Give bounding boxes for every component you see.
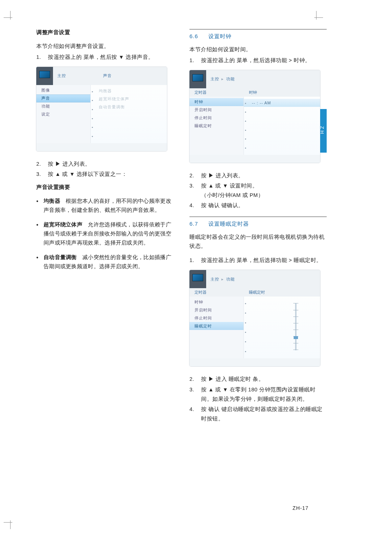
- osd-right-row: 均衡器: [91, 87, 167, 95]
- step-text: 按遥控器上的 菜单，然后选择功能 > 时钟。: [201, 56, 311, 65]
- section-6-7-title: 6.7设置睡眠定时器: [189, 221, 327, 227]
- osd-item-sleep[interactable]: 睡眠定时: [189, 322, 244, 330]
- osd-left-list: 图像 声音 功能 设定: [36, 85, 91, 143]
- tv-icon: [36, 67, 53, 85]
- osd-breadcrumb: 主控: [53, 67, 99, 85]
- osd-breadcrumb: 主控▸功能: [206, 270, 320, 288]
- sec66-intro: 本节介绍如何设置时间。: [189, 45, 327, 54]
- sound-steps-b: 2.按 ▶ 进入列表。 3.按 ▲ 或 ▼ 选择以下设置之一：: [36, 159, 173, 179]
- sound-steps-a: 1.按遥控器上的 菜单，然后按 ▼ 选择声音。: [36, 52, 173, 62]
- sleep-slider[interactable]: [293, 303, 298, 350]
- step-text: 按 ▲ 或 ▼ 设置时间。（小时/分钟/AM 或 PM）: [201, 181, 264, 200]
- tv-icon: [189, 270, 206, 288]
- osd-right-head: 时钟: [244, 88, 320, 97]
- osd-right-row: 超宽环绕立体声: [91, 95, 167, 103]
- step-text: 按 ▶ 进入列表。: [201, 171, 244, 180]
- osd-left-head: 定时器: [189, 88, 244, 97]
- step-text: 按 确认 键启动睡眠定时器或按遥控器上的睡眠定时按钮。: [201, 404, 327, 423]
- osd-item-offtime[interactable]: 停止时间: [189, 314, 244, 322]
- osd-item-clock[interactable]: 时钟: [189, 298, 244, 306]
- step-text: 按 ▲ 或 ▼ 在零到 180 分钟范围内设置睡眠时间。如果设为零分钟，则睡眠定…: [201, 385, 327, 404]
- osd-item-clock[interactable]: 时钟: [189, 98, 244, 106]
- step-text: 按遥控器上的 菜单，然后选择功能 > 睡眠定时。: [201, 255, 322, 265]
- osd-left-list: 时钟 开启时间 停止时间 睡眠定时: [189, 297, 244, 358]
- sound-summary-heading: 声音设置摘要: [36, 184, 173, 191]
- osd-right-head: 睡眠定时: [244, 288, 320, 297]
- step-text: 按 ▲ 或 ▼ 选择以下设置之一：: [48, 169, 127, 179]
- divider: [189, 29, 327, 29]
- osd-right-row: 自动音量调衡: [91, 103, 167, 111]
- divider: [189, 217, 327, 217]
- cropmark-bl: [4, 516, 17, 529]
- osd-right-pane: [244, 297, 320, 358]
- osd-item-feature[interactable]: 功能: [36, 102, 90, 110]
- sound-heading: 调整声音设置: [36, 29, 173, 36]
- section-6-6-title: 6.6设置时钟: [189, 33, 327, 40]
- sound-intro: 本节介绍如何调整声音设置。: [36, 42, 173, 51]
- osd-sleep-menu: 主控▸功能 定时器 睡眠定时 时钟 开启时间 停止时间 睡眠定时: [189, 270, 320, 366]
- osd-left-list: 时钟 开启时间 停止时间 睡眠定时: [189, 97, 244, 155]
- osd-sound-menu: 主控 声音 图像 声音 功能 设定 均衡器 超宽环绕立体声 自动音量调衡: [36, 67, 167, 151]
- step-text: 按遥控器上的 菜单，然后按 ▼ 选择声音。: [48, 52, 154, 62]
- osd-left-head: 定时器: [189, 288, 244, 297]
- cropmark-tl: [4, 11, 17, 24]
- osd-clock-value[interactable]: -- : -- AM: [244, 99, 320, 107]
- right-column: 6.6设置时钟 本节介绍如何设置时间。 1.按遥控器上的 菜单，然后选择功能 >…: [189, 29, 367, 428]
- osd-right-heading: 声音: [99, 67, 167, 85]
- osd-item-offtime[interactable]: 停止时间: [189, 114, 244, 122]
- left-column: 调整声音设置 本节介绍如何调整声音设置。 1.按遥控器上的 菜单，然后按 ▼ 选…: [36, 29, 173, 428]
- summary-item: 均衡器 根据您本人的喜好，用不同的中心频率更改声音频率，创建全新的、截然不同的声…: [36, 197, 173, 215]
- osd-item-ontime[interactable]: 开启时间: [189, 106, 244, 114]
- osd-item-sleep[interactable]: 睡眠定时: [189, 122, 244, 130]
- page: ZH 调整声音设置 本节介绍如何调整声音设置。 1.按遥控器上的 菜单，然后按 …: [0, 0, 392, 540]
- sec67-intro: 睡眠定时器会在定义的一段时间后将电视机切换为待机状态。: [189, 233, 327, 250]
- step-text: 按 确认 键确认。: [201, 201, 244, 210]
- osd-item-image[interactable]: 图像: [36, 86, 90, 94]
- osd-clock-menu: 主控▸功能 定时器 时钟 时钟 开启时间 停止时间 睡眠定时: [189, 70, 320, 163]
- osd-item-sound[interactable]: 声音: [36, 94, 90, 102]
- sound-summary-list: 均衡器 根据您本人的喜好，用不同的中心频率更改声音频率，创建全新的、截然不同的声…: [36, 197, 173, 271]
- tv-icon: [189, 70, 206, 88]
- osd-item-setting[interactable]: 设定: [36, 110, 90, 118]
- osd-right-pane: 均衡器 超宽环绕立体声 自动音量调衡: [91, 85, 167, 143]
- osd-right-pane: -- : -- AM: [244, 97, 320, 155]
- osd-breadcrumb: 主控▸功能: [206, 70, 320, 88]
- summary-item: 超宽环绕立体声 允许您选择模式，以获得依赖于广播信号或依赖于来自所接收外部输入的…: [36, 220, 173, 248]
- step-text: 按 ▶ 进入 睡眠定时 条。: [201, 374, 264, 384]
- osd-item-ontime[interactable]: 开启时间: [189, 306, 244, 314]
- step-text: 按 ▶ 进入列表。: [48, 159, 91, 169]
- summary-item: 自动音量调衡 减小突然性的音量变化，比如插播广告期间或更换频道时。选择开启或关闭…: [36, 253, 173, 271]
- page-number: ZH-17: [293, 505, 309, 511]
- cropmark-tr: [310, 11, 323, 24]
